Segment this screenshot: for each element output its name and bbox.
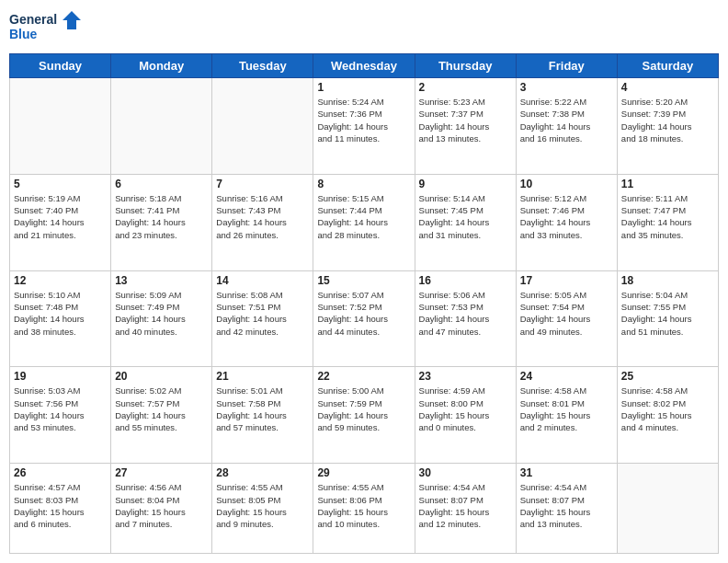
day-info-17: Sunrise: 5:05 AMSunset: 7:54 PMDaylight:…	[520, 289, 613, 338]
day-cell-31: 31Sunrise: 4:54 AMSunset: 8:07 PMDayligh…	[516, 464, 617, 554]
day-number-17: 17	[520, 274, 613, 287]
day-number-5: 5	[14, 178, 107, 190]
day-number-7: 7	[216, 178, 309, 190]
day-info-26: Sunrise: 4:57 AMSunset: 8:03 PMDaylight:…	[14, 481, 107, 530]
day-number-13: 13	[115, 274, 208, 287]
day-cell-21: 21Sunrise: 5:01 AMSunset: 7:58 PMDayligh…	[212, 367, 313, 464]
svg-marker-2	[63, 11, 81, 29]
day-cell-22: 22Sunrise: 5:00 AMSunset: 7:59 PMDayligh…	[313, 367, 415, 464]
weekday-wednesday: Wednesday	[313, 54, 415, 78]
day-info-6: Sunrise: 5:18 AMSunset: 7:41 PMDaylight:…	[115, 192, 208, 241]
day-info-13: Sunrise: 5:09 AMSunset: 7:49 PMDaylight:…	[115, 289, 208, 338]
day-cell-12: 12Sunrise: 5:10 AMSunset: 7:48 PMDayligh…	[10, 270, 111, 367]
day-info-4: Sunrise: 5:20 AMSunset: 7:39 PMDaylight:…	[621, 96, 714, 144]
day-info-3: Sunrise: 5:22 AMSunset: 7:38 PMDaylight:…	[520, 96, 613, 144]
day-info-25: Sunrise: 4:58 AMSunset: 8:02 PMDaylight:…	[621, 385, 714, 433]
day-info-12: Sunrise: 5:10 AMSunset: 7:48 PMDaylight:…	[14, 289, 107, 338]
day-number-30: 30	[419, 466, 512, 479]
weekday-tuesday: Tuesday	[212, 54, 313, 78]
page-container: General Blue SundayMondayTuesdayWednesda…	[0, 0, 728, 563]
day-cell-11: 11Sunrise: 5:11 AMSunset: 7:47 PMDayligh…	[617, 174, 718, 270]
day-cell-28: 28Sunrise: 4:55 AMSunset: 8:05 PMDayligh…	[212, 464, 313, 554]
day-number-8: 8	[317, 178, 410, 190]
day-info-20: Sunrise: 5:02 AMSunset: 7:57 PMDaylight:…	[115, 385, 208, 433]
header: General Blue	[9, 9, 719, 46]
day-number-1: 1	[317, 81, 410, 94]
svg-text:General: General	[9, 12, 57, 27]
day-cell-5: 5Sunrise: 5:19 AMSunset: 7:40 PMDaylight…	[10, 174, 111, 270]
week-row-2: 5Sunrise: 5:19 AMSunset: 7:40 PMDaylight…	[10, 174, 719, 270]
day-cell-30: 30Sunrise: 4:54 AMSunset: 8:07 PMDayligh…	[415, 464, 516, 554]
day-cell-8: 8Sunrise: 5:15 AMSunset: 7:44 PMDaylight…	[313, 174, 415, 270]
day-cell-1: 1Sunrise: 5:24 AMSunset: 7:36 PMDaylight…	[313, 78, 415, 175]
empty-cell	[617, 464, 718, 554]
day-cell-13: 13Sunrise: 5:09 AMSunset: 7:49 PMDayligh…	[111, 270, 212, 367]
day-number-22: 22	[317, 370, 410, 383]
day-info-11: Sunrise: 5:11 AMSunset: 7:47 PMDaylight:…	[621, 192, 714, 241]
logo: General Blue	[9, 9, 83, 46]
week-row-3: 12Sunrise: 5:10 AMSunset: 7:48 PMDayligh…	[10, 270, 719, 367]
day-number-3: 3	[520, 81, 613, 94]
week-row-5: 26Sunrise: 4:57 AMSunset: 8:03 PMDayligh…	[10, 464, 719, 554]
calendar-table: SundayMondayTuesdayWednesdayThursdayFrid…	[9, 53, 719, 554]
day-cell-16: 16Sunrise: 5:06 AMSunset: 7:53 PMDayligh…	[415, 270, 516, 367]
day-cell-26: 26Sunrise: 4:57 AMSunset: 8:03 PMDayligh…	[10, 464, 111, 554]
day-cell-23: 23Sunrise: 4:59 AMSunset: 8:00 PMDayligh…	[415, 367, 516, 464]
day-number-15: 15	[317, 274, 410, 287]
day-info-22: Sunrise: 5:00 AMSunset: 7:59 PMDaylight:…	[317, 385, 410, 433]
day-info-8: Sunrise: 5:15 AMSunset: 7:44 PMDaylight:…	[317, 192, 410, 241]
day-number-6: 6	[115, 178, 208, 190]
day-cell-15: 15Sunrise: 5:07 AMSunset: 7:52 PMDayligh…	[313, 270, 415, 367]
week-row-4: 19Sunrise: 5:03 AMSunset: 7:56 PMDayligh…	[10, 367, 719, 464]
day-cell-19: 19Sunrise: 5:03 AMSunset: 7:56 PMDayligh…	[10, 367, 111, 464]
day-number-16: 16	[419, 274, 512, 287]
weekday-header-row: SundayMondayTuesdayWednesdayThursdayFrid…	[10, 54, 719, 78]
day-number-14: 14	[216, 274, 309, 287]
empty-cell	[111, 78, 212, 175]
day-info-16: Sunrise: 5:06 AMSunset: 7:53 PMDaylight:…	[419, 289, 512, 338]
day-number-4: 4	[621, 81, 714, 94]
day-info-28: Sunrise: 4:55 AMSunset: 8:05 PMDaylight:…	[216, 481, 309, 530]
day-info-14: Sunrise: 5:08 AMSunset: 7:51 PMDaylight:…	[216, 289, 309, 338]
day-cell-17: 17Sunrise: 5:05 AMSunset: 7:54 PMDayligh…	[516, 270, 617, 367]
day-info-31: Sunrise: 4:54 AMSunset: 8:07 PMDaylight:…	[520, 481, 613, 530]
empty-cell	[212, 78, 313, 175]
day-number-26: 26	[14, 466, 107, 479]
day-number-12: 12	[14, 274, 107, 287]
day-info-30: Sunrise: 4:54 AMSunset: 8:07 PMDaylight:…	[419, 481, 512, 530]
day-info-27: Sunrise: 4:56 AMSunset: 8:04 PMDaylight:…	[115, 481, 208, 530]
day-number-23: 23	[419, 370, 512, 383]
day-info-23: Sunrise: 4:59 AMSunset: 8:00 PMDaylight:…	[419, 385, 512, 433]
day-info-5: Sunrise: 5:19 AMSunset: 7:40 PMDaylight:…	[14, 192, 107, 241]
day-cell-29: 29Sunrise: 4:55 AMSunset: 8:06 PMDayligh…	[313, 464, 415, 554]
day-info-24: Sunrise: 4:58 AMSunset: 8:01 PMDaylight:…	[520, 385, 613, 433]
day-number-31: 31	[520, 466, 613, 479]
weekday-thursday: Thursday	[415, 54, 516, 78]
svg-text:Blue: Blue	[9, 27, 38, 41]
day-cell-25: 25Sunrise: 4:58 AMSunset: 8:02 PMDayligh…	[617, 367, 718, 464]
generalblue-logo-icon: General Blue	[9, 9, 83, 46]
day-info-19: Sunrise: 5:03 AMSunset: 7:56 PMDaylight:…	[14, 385, 107, 433]
day-number-27: 27	[115, 466, 208, 479]
day-number-9: 9	[419, 178, 512, 190]
day-cell-27: 27Sunrise: 4:56 AMSunset: 8:04 PMDayligh…	[111, 464, 212, 554]
day-cell-18: 18Sunrise: 5:04 AMSunset: 7:55 PMDayligh…	[617, 270, 718, 367]
day-info-2: Sunrise: 5:23 AMSunset: 7:37 PMDaylight:…	[419, 96, 512, 144]
day-info-7: Sunrise: 5:16 AMSunset: 7:43 PMDaylight:…	[216, 192, 309, 241]
day-number-11: 11	[621, 178, 714, 190]
day-info-10: Sunrise: 5:12 AMSunset: 7:46 PMDaylight:…	[520, 192, 613, 241]
day-info-18: Sunrise: 5:04 AMSunset: 7:55 PMDaylight:…	[621, 289, 714, 338]
day-number-19: 19	[14, 370, 107, 383]
day-cell-20: 20Sunrise: 5:02 AMSunset: 7:57 PMDayligh…	[111, 367, 212, 464]
day-number-10: 10	[520, 178, 613, 190]
day-cell-2: 2Sunrise: 5:23 AMSunset: 7:37 PMDaylight…	[415, 78, 516, 175]
day-number-24: 24	[520, 370, 613, 383]
day-cell-6: 6Sunrise: 5:18 AMSunset: 7:41 PMDaylight…	[111, 174, 212, 270]
day-number-2: 2	[419, 81, 512, 94]
day-cell-3: 3Sunrise: 5:22 AMSunset: 7:38 PMDaylight…	[516, 78, 617, 175]
day-number-28: 28	[216, 466, 309, 479]
day-number-20: 20	[115, 370, 208, 383]
day-info-15: Sunrise: 5:07 AMSunset: 7:52 PMDaylight:…	[317, 289, 410, 338]
day-cell-10: 10Sunrise: 5:12 AMSunset: 7:46 PMDayligh…	[516, 174, 617, 270]
day-number-29: 29	[317, 466, 410, 479]
